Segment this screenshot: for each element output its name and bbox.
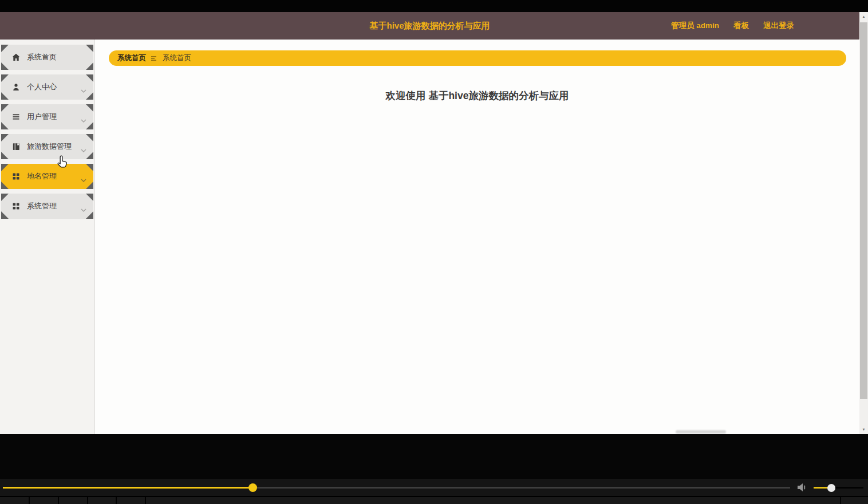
list-icon xyxy=(11,112,21,121)
filmstrip-divider xyxy=(87,497,88,504)
sidebar-item-label: 系统首页 xyxy=(27,52,81,62)
user-icon xyxy=(11,82,21,92)
video-player-controls xyxy=(0,434,868,504)
seek-bar[interactable] xyxy=(3,487,790,489)
sidebar-item-frame: 用户管理 xyxy=(1,104,93,129)
sidebar-item-list[interactable]: 用户管理 xyxy=(1,104,93,129)
sidebar-item-label: 用户管理 xyxy=(27,112,81,122)
speaker-icon[interactable] xyxy=(796,483,809,492)
sidebar-item-user[interactable]: 个人中心 xyxy=(1,74,93,100)
volume-slider-knob[interactable] xyxy=(827,484,835,492)
filmstrip-divider xyxy=(840,497,841,504)
sidebar-item-grid[interactable]: 系统管理 xyxy=(1,194,93,219)
filmstrip-divider xyxy=(58,497,59,504)
sidebar-item-grid[interactable]: 地名管理 xyxy=(1,164,93,189)
sidebar-item-label: 地名管理 xyxy=(27,171,81,182)
page-edge-smudge xyxy=(676,430,726,434)
seek-bar-knob[interactable] xyxy=(248,483,257,492)
sidebar-item-home[interactable]: 系统首页 xyxy=(1,45,93,70)
grid-icon xyxy=(11,202,21,211)
sidebar-item-frame: 系统首页 xyxy=(1,45,93,70)
scrollbar-up-arrow-icon[interactable]: ▲ xyxy=(859,12,868,21)
chevron-down-icon xyxy=(81,204,86,208)
chevron-down-icon xyxy=(81,115,86,119)
header-nav: 管理员 admin 看板 退出登录 xyxy=(671,12,794,40)
breadcrumb-root[interactable]: 系统首页 xyxy=(117,53,146,63)
app-header: 基于hive旅游数据的分析与应用 管理员 admin 看板 退出登录 xyxy=(0,12,859,40)
lines-separator-icon xyxy=(151,56,157,61)
sidebar-item-frame: 地名管理 xyxy=(1,164,93,189)
sidebar-item-frame: 系统管理 xyxy=(1,194,93,219)
screen: 基于hive旅游数据的分析与应用 管理员 admin 看板 退出登录 系统首页 … xyxy=(0,0,868,504)
scrollbar-down-arrow-icon[interactable]: ▼ xyxy=(859,425,868,434)
scrollbar-thumb[interactable] xyxy=(860,22,867,399)
logout-link[interactable]: 退出登录 xyxy=(763,21,794,31)
welcome-title: 欢迎使用 基于hive旅游数据的分析与应用 xyxy=(95,89,859,103)
current-user-label[interactable]: 管理员 admin xyxy=(671,21,719,31)
sidebar-item-frame: 旅游数据管理 xyxy=(1,134,93,159)
main-content: 系统首页 系统首页 欢迎使用 基于hive旅游数据的分析与应用 xyxy=(95,40,859,434)
filmstrip-track xyxy=(0,496,868,504)
seek-bar-fill xyxy=(3,487,252,489)
chevron-down-icon xyxy=(81,175,86,179)
sidebar-item-label: 系统管理 xyxy=(27,201,81,211)
home-icon xyxy=(11,53,21,62)
sidebar: 系统首页 个人中心 用户管理 xyxy=(0,40,94,434)
page-scrollbar[interactable]: ▲ ▼ xyxy=(859,12,868,434)
grid-icon xyxy=(11,172,21,181)
filmstrip-divider xyxy=(29,497,30,504)
book-icon xyxy=(11,142,21,151)
chevron-down-icon xyxy=(81,145,86,149)
chevron-down-icon xyxy=(81,85,86,89)
filmstrip-divider xyxy=(116,497,117,504)
filmstrip-divider xyxy=(145,497,146,504)
browser-page: 基于hive旅游数据的分析与应用 管理员 admin 看板 退出登录 系统首页 … xyxy=(0,12,859,434)
volume-slider[interactable] xyxy=(814,487,863,489)
sidebar-item-frame: 个人中心 xyxy=(1,74,93,100)
sidebar-item-book[interactable]: 旅游数据管理 xyxy=(1,134,93,159)
sidebar-item-label: 个人中心 xyxy=(27,82,81,92)
breadcrumb-current: 系统首页 xyxy=(163,53,191,63)
breadcrumb: 系统首页 系统首页 xyxy=(109,50,846,66)
dashboard-link[interactable]: 看板 xyxy=(733,21,749,31)
sidebar-item-label: 旅游数据管理 xyxy=(27,141,81,152)
